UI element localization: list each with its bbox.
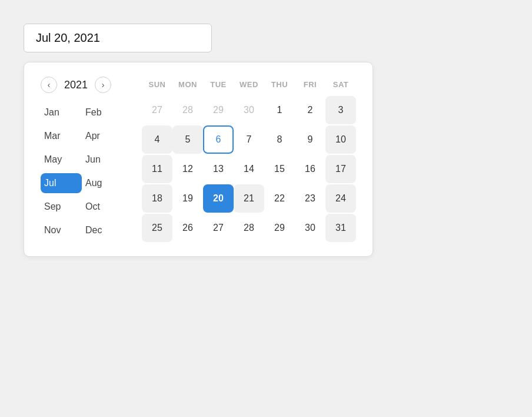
day-cell[interactable]: 29 [264, 214, 295, 242]
date-value: Jul 20, 2021 [36, 31, 100, 44]
day-cell[interactable]: 9 [295, 125, 325, 154]
month-item-mar[interactable]: Mar [41, 126, 82, 146]
left-panel: ‹ 2021 › JanFebMarAprMayJunJulAugSepOctN… [41, 77, 123, 242]
month-item-jan[interactable]: Jan [41, 102, 82, 123]
day-cell[interactable]: 7 [234, 125, 264, 154]
next-year-button[interactable]: › [95, 77, 111, 93]
day-header-sat: SAT [325, 77, 356, 92]
day-cell[interactable]: 12 [172, 155, 203, 183]
month-item-feb[interactable]: Feb [82, 102, 123, 123]
day-cell[interactable]: 3 [325, 96, 356, 124]
month-item-aug[interactable]: Aug [82, 173, 123, 193]
day-cell[interactable]: 11 [142, 155, 172, 183]
day-cell[interactable]: 17 [325, 155, 356, 183]
calendar-popup: ‹ 2021 › JanFebMarAprMayJunJulAugSepOctN… [24, 62, 373, 257]
year-nav: ‹ 2021 › [41, 77, 123, 93]
day-header-fri: FRI [295, 77, 325, 92]
day-cell[interactable]: 24 [325, 184, 356, 213]
month-item-jun[interactable]: Jun [82, 150, 123, 170]
day-cell[interactable]: 19 [172, 184, 203, 213]
right-panel: SUNMONTUEWEDTHUFRISAT 272829301234567891… [142, 77, 356, 242]
day-cell[interactable]: 2 [295, 96, 325, 124]
month-item-apr[interactable]: Apr [82, 126, 123, 146]
day-cell[interactable]: 16 [295, 155, 325, 183]
day-cell[interactable]: 31 [325, 214, 356, 242]
day-cell[interactable]: 13 [203, 155, 234, 183]
day-cell[interactable]: 29 [203, 96, 234, 124]
day-cell[interactable]: 21 [234, 184, 264, 213]
day-header-wed: WED [234, 77, 264, 92]
day-cell[interactable]: 28 [234, 214, 264, 242]
day-cell[interactable]: 23 [295, 184, 325, 213]
day-header-mon: MON [172, 77, 203, 92]
month-item-may[interactable]: May [41, 150, 82, 170]
day-cell[interactable]: 8 [264, 125, 295, 154]
day-cell[interactable]: 1 [264, 96, 295, 124]
month-item-jul[interactable]: Jul [41, 173, 82, 193]
day-cell[interactable]: 27 [142, 96, 172, 124]
day-cell[interactable]: 28 [172, 96, 203, 124]
day-cell[interactable]: 10 [325, 125, 356, 154]
day-cell[interactable]: 30 [234, 96, 264, 124]
day-cell[interactable]: 30 [295, 214, 325, 242]
month-item-dec[interactable]: Dec [82, 220, 123, 240]
month-item-sep[interactable]: Sep [41, 197, 82, 217]
month-item-nov[interactable]: Nov [41, 220, 82, 240]
day-cell[interactable]: 15 [264, 155, 295, 183]
day-grid: 2728293012345678910111213141516171819202… [142, 96, 356, 242]
month-item-oct[interactable]: Oct [82, 197, 123, 217]
prev-year-button[interactable]: ‹ [41, 77, 57, 93]
day-header-tue: TUE [203, 77, 234, 92]
day-cell[interactable]: 22 [264, 184, 295, 213]
day-cell[interactable]: 26 [172, 214, 203, 242]
day-cell[interactable]: 6 [203, 125, 234, 154]
day-cell[interactable]: 25 [142, 214, 172, 242]
day-cell[interactable]: 4 [142, 125, 172, 154]
day-cell[interactable]: 5 [172, 125, 203, 154]
day-cell[interactable]: 14 [234, 155, 264, 183]
month-grid: JanFebMarAprMayJunJulAugSepOctNovDec [41, 102, 123, 240]
day-cell[interactable]: 18 [142, 184, 172, 213]
day-header-sun: SUN [142, 77, 172, 92]
date-input-display[interactable]: Jul 20, 2021 [24, 24, 212, 52]
day-cell[interactable]: 27 [203, 214, 234, 242]
day-headers: SUNMONTUEWEDTHUFRISAT [142, 77, 356, 92]
day-header-thu: THU [264, 77, 295, 92]
day-cell[interactable]: 20 [203, 184, 234, 213]
year-label: 2021 [64, 79, 88, 91]
